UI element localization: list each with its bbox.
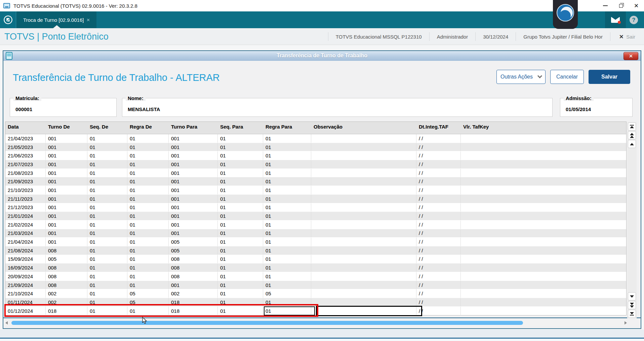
- table-cell[interactable]: 001: [169, 134, 218, 143]
- table-cell[interactable]: 001: [169, 143, 218, 151]
- table-cell[interactable]: 01: [218, 169, 263, 177]
- table-cell[interactable]: 002: [46, 289, 87, 298]
- table-cell[interactable]: 01: [263, 212, 311, 220]
- table-cell[interactable]: 01: [263, 221, 311, 229]
- table-cell[interactable]: / /: [416, 195, 461, 203]
- table-cell[interactable]: 01: [218, 203, 263, 212]
- table-cell[interactable]: [461, 298, 626, 306]
- table-cell[interactable]: / /: [416, 281, 461, 289]
- table-cell[interactable]: 01: [218, 212, 263, 220]
- table-cell[interactable]: 01: [87, 246, 127, 255]
- column-header[interactable]: Seq. De: [87, 122, 127, 134]
- table-cell[interactable]: 01: [87, 203, 127, 212]
- table-cell[interactable]: 001: [46, 212, 87, 220]
- table-cell[interactable]: 001: [46, 177, 87, 186]
- table-cell[interactable]: 01: [87, 298, 127, 306]
- focused-regra-para-cell[interactable]: [264, 306, 315, 315]
- table-cell[interactable]: 01: [127, 212, 169, 220]
- table-row[interactable]: 21/09/202300101010010101/ /: [5, 177, 626, 186]
- vertical-scrollbar[interactable]: [627, 122, 637, 318]
- table-row[interactable]: 15/09/202400501010080101/ /: [5, 255, 626, 264]
- table-cell[interactable]: [461, 160, 626, 168]
- table-cell[interactable]: [311, 151, 416, 160]
- table-cell[interactable]: 01: [127, 195, 169, 203]
- table-cell[interactable]: [461, 246, 626, 255]
- table-cell[interactable]: 01: [127, 186, 169, 194]
- restore-button[interactable]: [613, 0, 629, 11]
- table-row[interactable]: 21/06/202300101010010101/ /: [5, 151, 626, 160]
- table-cell[interactable]: / /: [416, 289, 461, 298]
- table-row[interactable]: 21/08/202300101010010101/ /: [5, 169, 626, 178]
- table-cell[interactable]: 01: [263, 143, 311, 151]
- table-cell[interactable]: / /: [416, 143, 461, 151]
- table-cell[interactable]: / /: [416, 177, 461, 186]
- table-cell[interactable]: [311, 212, 416, 220]
- table-cell[interactable]: 01: [87, 272, 127, 281]
- logout-button[interactable]: ✕ Sair: [610, 34, 641, 40]
- table-cell[interactable]: 01: [263, 169, 311, 177]
- scroll-left-icon[interactable]: [5, 321, 8, 325]
- table-cell[interactable]: 001: [169, 212, 218, 220]
- table-cell[interactable]: / /: [416, 186, 461, 194]
- table-cell[interactable]: [461, 289, 626, 298]
- table-row[interactable]: 21/04/202400101010050101/ /: [5, 238, 626, 246]
- table-cell[interactable]: 01: [127, 177, 169, 186]
- table-cell[interactable]: / /: [416, 169, 461, 177]
- admissao-field[interactable]: Admissão: 01/05/2014: [560, 98, 633, 117]
- table-cell[interactable]: / /: [416, 203, 461, 212]
- table-cell[interactable]: / /: [416, 221, 461, 229]
- table-cell[interactable]: 008: [169, 263, 218, 272]
- table-cell[interactable]: 001: [46, 134, 87, 143]
- table-cell[interactable]: / /: [416, 298, 461, 306]
- table-cell[interactable]: 01: [263, 186, 311, 194]
- horizontal-scrollbar-thumb[interactable]: [11, 321, 523, 325]
- table-cell[interactable]: 01: [87, 143, 127, 151]
- table-cell[interactable]: [461, 307, 626, 315]
- table-cell[interactable]: 01: [87, 134, 127, 143]
- table-cell[interactable]: 01/12/2024: [5, 307, 46, 315]
- table-cell[interactable]: 05: [127, 298, 169, 306]
- other-actions-button[interactable]: Outras Ações: [496, 70, 546, 84]
- table-cell[interactable]: 01: [127, 134, 169, 143]
- table-cell[interactable]: 01: [127, 272, 169, 281]
- table-cell[interactable]: 21/03/2024: [5, 229, 46, 238]
- table-cell[interactable]: 16/09/2024: [5, 263, 46, 272]
- table-cell[interactable]: [311, 169, 416, 177]
- table-cell[interactable]: / /: [416, 307, 461, 315]
- table-cell[interactable]: 01: [218, 307, 263, 315]
- table-cell[interactable]: / /: [416, 151, 461, 160]
- table-cell[interactable]: 01: [87, 177, 127, 186]
- table-cell[interactable]: 01: [87, 195, 127, 203]
- table-cell[interactable]: 21/10/2023: [5, 186, 46, 194]
- column-header[interactable]: Turno Para: [169, 122, 218, 134]
- table-cell[interactable]: / /: [416, 272, 461, 281]
- scroll-up-button[interactable]: [628, 140, 636, 148]
- table-cell[interactable]: 018: [169, 307, 218, 315]
- table-cell[interactable]: 008: [169, 272, 218, 281]
- table-cell[interactable]: 01: [87, 289, 127, 298]
- table-cell[interactable]: 15/09/2024: [5, 255, 46, 263]
- table-cell[interactable]: [311, 298, 416, 306]
- table-cell[interactable]: 001: [169, 195, 218, 203]
- table-row[interactable]: 21/10/202400201050020105/ /: [5, 289, 626, 298]
- table-cell[interactable]: [311, 203, 416, 212]
- scroll-right-icon[interactable]: [625, 321, 627, 325]
- table-cell[interactable]: 21/04/2023: [5, 134, 46, 143]
- table-cell[interactable]: 018: [46, 307, 87, 315]
- nome-field[interactable]: Nome: MENSALISTA: [122, 98, 553, 117]
- table-cell[interactable]: 21/04/2024: [5, 238, 46, 246]
- table-cell[interactable]: [311, 186, 416, 194]
- column-header[interactable]: Seq. Para: [218, 122, 263, 134]
- table-cell[interactable]: 005: [169, 246, 218, 255]
- table-cell[interactable]: / /: [416, 255, 461, 263]
- mail-button[interactable]: [605, 11, 626, 28]
- table-cell[interactable]: 001: [169, 229, 218, 238]
- close-window-button[interactable]: ✕: [629, 0, 644, 11]
- scroll-to-bottom-button[interactable]: [628, 310, 636, 318]
- table-cell[interactable]: 001: [169, 160, 218, 168]
- table-cell[interactable]: [461, 195, 626, 203]
- selected-observacao-cell[interactable]: [316, 306, 422, 316]
- table-cell[interactable]: 01: [263, 246, 311, 255]
- table-cell[interactable]: 002: [169, 289, 218, 298]
- table-cell[interactable]: 21/06/2023: [5, 151, 46, 160]
